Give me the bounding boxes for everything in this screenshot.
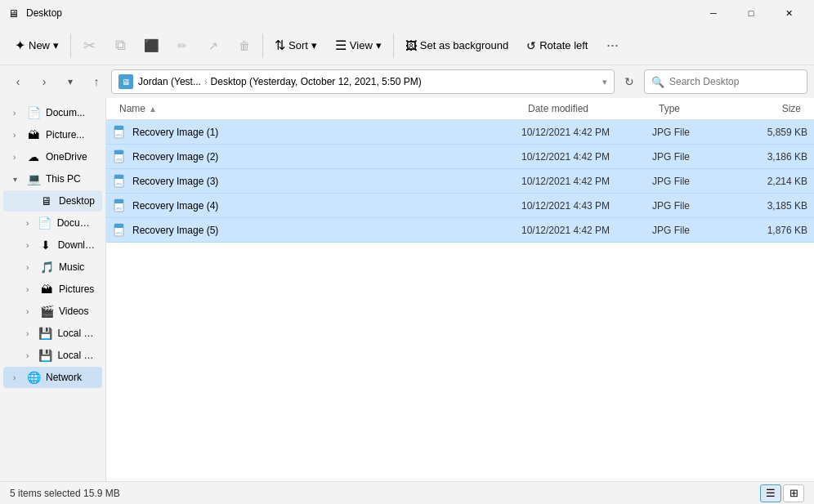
new-icon: ✦ — [15, 39, 25, 52]
file-size-cell: 5,859 KB — [734, 127, 807, 138]
view-chevron-icon: ▾ — [376, 39, 382, 51]
main-area: ›📄Docum...›🏔Picture...›☁OneDrive▾💻This P… — [0, 98, 814, 481]
close-button[interactable]: ✕ — [770, 0, 807, 26]
delete-button[interactable]: 🗑 — [230, 31, 259, 60]
file-name-text: Recovery Image (4) — [132, 200, 218, 212]
paste-button[interactable]: ⬛ — [136, 31, 166, 60]
file-name-cell: JPG Recovery Image (5) — [113, 223, 521, 238]
file-type-cell: JPG File — [652, 127, 734, 138]
sidebar-item-icon: 💾 — [38, 326, 52, 341]
sidebar-item-icon: 💻 — [26, 172, 41, 186]
more-options-button[interactable]: ··· — [597, 31, 627, 60]
col-date-label: Date modified — [528, 103, 588, 114]
svg-rect-7 — [114, 175, 123, 179]
file-list-header: Name ▲ Date modified Type Size — [106, 98, 814, 120]
sort-chevron-icon: ▾ — [311, 39, 317, 51]
address-bar[interactable]: 🖥 Jordan (Yest... › Desktop (Yesterday, … — [111, 69, 615, 94]
svg-text:JPG: JPG — [116, 231, 123, 235]
details-view-button[interactable]: ☰ — [760, 484, 781, 502]
sidebar-item-documents[interactable]: ›📄Documen... — [3, 212, 102, 234]
file-name-cell: JPG Recovery Image (4) — [113, 198, 521, 213]
file-name-text: Recovery Image (5) — [132, 225, 218, 236]
sidebar-item-downloads[interactable]: ›⬇Download — [3, 234, 102, 256]
table-row[interactable]: JPG Recovery Image (3)10/12/2021 4:42 PM… — [106, 169, 814, 194]
toolbar-separator-3 — [393, 33, 394, 58]
sidebar-item-icon: 🌐 — [26, 370, 41, 385]
set-bg-icon: 🖼 — [405, 39, 417, 52]
cut-button[interactable]: ✂ — [74, 31, 104, 60]
sidebar-item-localdisk1[interactable]: ›💾Local Disk — [3, 323, 102, 344]
table-row[interactable]: JPG Recovery Image (5)10/12/2021 4:42 PM… — [106, 218, 814, 243]
copy-button[interactable]: ⧉ — [105, 31, 135, 60]
sidebar-item-onedrive[interactable]: ›☁OneDrive — [3, 146, 102, 167]
view-label: View — [350, 39, 373, 51]
sidebar-item-localdisk2[interactable]: ›💾Local Disk — [3, 345, 102, 366]
sidebar-arrow-icon: › — [13, 153, 21, 162]
sidebar-item-desktop[interactable]: 🖥Desktop — [3, 190, 102, 212]
column-header-date[interactable]: Date modified — [521, 98, 652, 119]
sidebar-item-label: Desktop — [59, 195, 95, 207]
sidebar-item-icon: 🏔 — [39, 282, 54, 297]
new-chevron-icon: ▾ — [53, 39, 59, 51]
address-breadcrumb: Jordan (Yest... › Desktop (Yesterday, Oc… — [138, 76, 597, 87]
file-size-cell: 3,185 KB — [734, 200, 807, 212]
sidebar-item-icon: ☁ — [26, 149, 41, 164]
large-icon-view-button[interactable]: ⊞ — [783, 484, 804, 502]
file-type-cell: JPG File — [652, 151, 734, 163]
sort-button[interactable]: ⇅ Sort ▾ — [266, 29, 325, 62]
column-header-size[interactable]: Size — [734, 98, 807, 119]
file-icon: JPG — [113, 125, 127, 140]
title-bar: 🖥 Desktop ─ □ ✕ — [0, 0, 814, 26]
new-label: New — [29, 39, 50, 51]
back-button[interactable]: ‹ — [7, 70, 29, 93]
sidebar-item-label: Local Disk — [57, 350, 96, 361]
address-dropdown-icon[interactable]: ▾ — [602, 77, 607, 87]
set-background-button[interactable]: 🖼 Set as background — [397, 29, 517, 62]
share-button[interactable]: ↗ — [199, 31, 228, 60]
col-name-label: Name — [119, 103, 145, 114]
sidebar-arrow-icon: › — [26, 241, 34, 250]
sidebar-item-documents-pinned[interactable]: ›📄Docum... — [3, 102, 102, 123]
address-bar-icon: 🖥 — [119, 74, 133, 89]
new-button[interactable]: ✦ New ▾ — [7, 29, 67, 62]
rename-button[interactable]: ✏ — [168, 31, 197, 60]
sidebar-item-icon: 🏔 — [26, 127, 41, 142]
sidebar-item-label: Pictures — [59, 283, 94, 295]
recent-locations-button[interactable]: ▾ — [59, 70, 82, 93]
column-header-name[interactable]: Name ▲ — [113, 98, 521, 119]
status-selected-text: 5 items selected 15.9 MB — [10, 488, 120, 499]
minimize-button[interactable]: ─ — [695, 0, 732, 26]
sidebar: ›📄Docum...›🏔Picture...›☁OneDrive▾💻This P… — [0, 98, 106, 481]
sidebar-item-icon: 🖥 — [39, 194, 54, 208]
sidebar-item-icon: 💾 — [38, 348, 52, 363]
sidebar-item-this-pc[interactable]: ▾💻This PC — [3, 168, 102, 190]
refresh-button[interactable]: ↻ — [618, 70, 641, 93]
sidebar-arrow-icon: › — [13, 373, 21, 382]
sidebar-item-icon: ⬇ — [38, 238, 53, 252]
sidebar-item-pictures-pinned[interactable]: ›🏔Picture... — [3, 124, 102, 145]
column-header-type[interactable]: Type — [652, 98, 734, 119]
search-input[interactable] — [669, 76, 800, 87]
sidebar-item-pictures[interactable]: ›🏔Pictures — [3, 279, 102, 300]
sidebar-arrow-icon: › — [26, 329, 33, 338]
maximize-button[interactable]: □ — [732, 0, 770, 26]
view-button[interactable]: ☰ View ▾ — [327, 29, 390, 62]
sidebar-arrow-icon: ▾ — [13, 175, 21, 184]
forward-button[interactable]: › — [33, 70, 56, 93]
sidebar-arrow-icon: › — [26, 263, 34, 272]
table-row[interactable]: JPG Recovery Image (4)10/12/2021 4:43 PM… — [106, 194, 814, 218]
table-row[interactable]: JPG Recovery Image (1)10/12/2021 4:42 PM… — [106, 120, 814, 145]
sidebar-item-network[interactable]: ›🌐Network — [3, 367, 102, 388]
file-date-cell: 10/12/2021 4:43 PM — [521, 200, 652, 212]
up-button[interactable]: ↑ — [85, 70, 108, 93]
sidebar-item-music[interactable]: ›🎵Music — [3, 256, 102, 278]
sidebar-item-videos[interactable]: ›🎬Videos — [3, 301, 102, 322]
search-box[interactable]: 🔍 — [644, 69, 807, 94]
title-bar-title: Desktop — [26, 7, 62, 19]
sidebar-item-label: Docum... — [46, 107, 85, 118]
sidebar-item-icon: 📄 — [26, 105, 41, 120]
table-row[interactable]: JPG Recovery Image (2)10/12/2021 4:42 PM… — [106, 145, 814, 169]
rotate-left-button[interactable]: ↺ Rotate left — [518, 29, 596, 62]
content-area: Name ▲ Date modified Type Size JPG Recov… — [106, 98, 814, 481]
view-icon: ☰ — [335, 38, 347, 53]
